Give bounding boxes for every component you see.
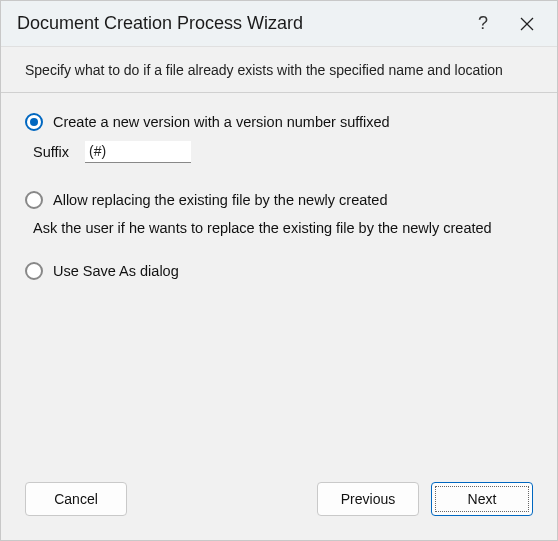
suffix-input[interactable] xyxy=(85,141,191,163)
next-button[interactable]: Next xyxy=(431,482,533,516)
option-save-as: Use Save As dialog xyxy=(25,262,533,280)
option-allow-replace: Allow replacing the existing file by the… xyxy=(25,191,533,209)
close-icon xyxy=(520,17,534,31)
help-button[interactable]: ? xyxy=(461,2,505,46)
content-area: Create a new version with a version numb… xyxy=(1,93,557,482)
radio-allow-replace[interactable] xyxy=(25,191,43,209)
option-allow-replace-description: Ask the user if he wants to replace the … xyxy=(33,219,533,239)
close-button[interactable] xyxy=(505,2,549,46)
radio-save-as[interactable] xyxy=(25,262,43,280)
suffix-row: Suffix xyxy=(33,141,533,163)
dialog-title: Document Creation Process Wizard xyxy=(17,13,461,34)
wizard-dialog: Document Creation Process Wizard ? Speci… xyxy=(0,0,558,541)
suffix-label: Suffix xyxy=(33,144,69,160)
cancel-button[interactable]: Cancel xyxy=(25,482,127,516)
radio-create-version[interactable] xyxy=(25,113,43,131)
subheader-text: Specify what to do if a file already exi… xyxy=(25,62,503,78)
help-icon: ? xyxy=(478,13,488,34)
option-label[interactable]: Use Save As dialog xyxy=(53,263,179,279)
option-label[interactable]: Allow replacing the existing file by the… xyxy=(53,192,387,208)
titlebar: Document Creation Process Wizard ? xyxy=(1,1,557,47)
previous-button[interactable]: Previous xyxy=(317,482,419,516)
buttonbar: Cancel Previous Next xyxy=(1,482,557,540)
option-label[interactable]: Create a new version with a version numb… xyxy=(53,114,390,130)
option-create-version: Create a new version with a version numb… xyxy=(25,113,533,131)
subheader: Specify what to do if a file already exi… xyxy=(1,47,557,93)
